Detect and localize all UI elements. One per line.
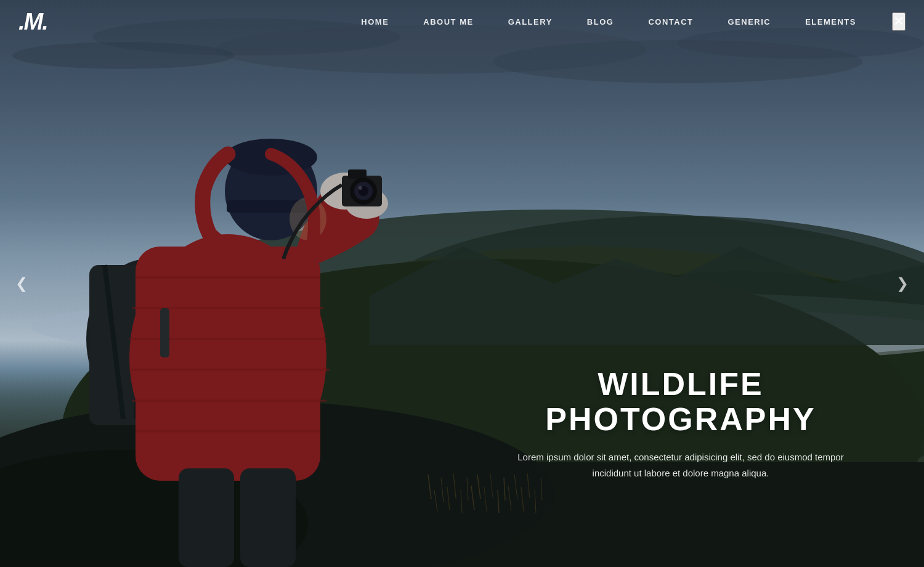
- nav-item-gallery[interactable]: GALLERY: [491, 16, 570, 27]
- hero-background: [0, 0, 924, 567]
- nav-link-generic[interactable]: GENERIC: [710, 17, 788, 27]
- hero-content: WILDLIFE PHOTOGRAPHY Lorem ipsum dolor s…: [511, 367, 850, 481]
- site-logo[interactable]: .M.: [18, 9, 47, 35]
- hero-subtitle: Lorem ipsum dolor sit amet, consectetur …: [511, 449, 850, 481]
- nav-item-blog[interactable]: BLOG: [570, 16, 631, 27]
- close-button[interactable]: ✕: [892, 12, 906, 31]
- nav-item-home[interactable]: HOME: [344, 16, 406, 27]
- next-arrow[interactable]: ❯: [890, 269, 915, 298]
- nav-link-elements[interactable]: ELEMENTS: [788, 17, 873, 27]
- nav-link-home[interactable]: HOME: [344, 17, 406, 27]
- nav-item-generic[interactable]: GENERIC: [710, 16, 788, 27]
- hero-section: .M. HOME ABOUT ME GALLERY BLOG CONTACT G…: [0, 0, 924, 567]
- nav-links: HOME ABOUT ME GALLERY BLOG CONTACT GENER…: [344, 16, 873, 27]
- nav-item-elements[interactable]: ELEMENTS: [788, 16, 873, 27]
- navbar: .M. HOME ABOUT ME GALLERY BLOG CONTACT G…: [0, 0, 924, 43]
- nav-link-contact[interactable]: CONTACT: [631, 17, 710, 27]
- nav-item-contact[interactable]: CONTACT: [631, 16, 710, 27]
- nav-link-blog[interactable]: BLOG: [570, 17, 631, 27]
- nav-link-about[interactable]: ABOUT ME: [406, 17, 490, 27]
- hero-title: WILDLIFE PHOTOGRAPHY: [511, 367, 850, 437]
- nav-item-about[interactable]: ABOUT ME: [406, 16, 490, 27]
- nav-link-gallery[interactable]: GALLERY: [491, 17, 570, 27]
- prev-arrow[interactable]: ❮: [9, 269, 34, 298]
